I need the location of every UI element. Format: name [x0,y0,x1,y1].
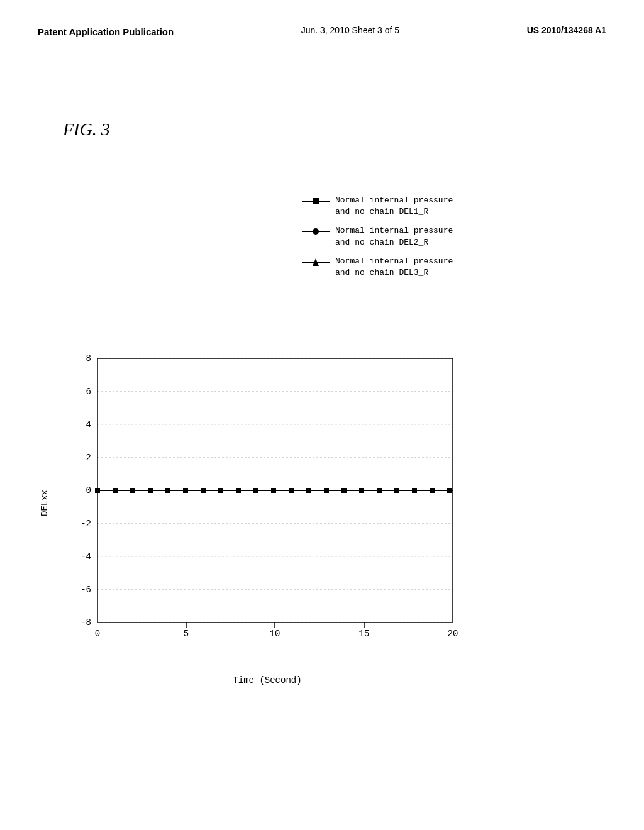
svg-rect-38 [165,488,170,493]
legend-text-3: Normal internal pressureand no chain DEL… [335,256,453,279]
svg-text:15: 15 [359,629,370,639]
svg-rect-37 [148,488,153,493]
svg-text:-2: -2 [80,519,91,529]
svg-rect-52 [412,488,417,493]
svg-rect-48 [341,488,347,493]
svg-rect-43 [253,488,258,493]
legend-text-1: Normal internal pressureand no chain DEL… [335,195,453,218]
svg-text:20: 20 [448,629,458,639]
figure-title: FIG. 3 [63,119,110,140]
svg-text:8: 8 [86,353,91,363]
svg-text:6: 6 [86,387,91,397]
chart-legend: Normal internal pressureand no chain DEL… [302,195,453,286]
svg-text:-4: -4 [80,551,91,562]
page-header: Patent Application Publication Jun. 3, 2… [0,0,644,51]
legend-line-1 [302,196,330,206]
legend-item-1: Normal internal pressureand no chain DEL… [302,195,453,218]
svg-rect-54 [447,488,452,493]
legend-item-3: Normal internal pressureand no chain DEL… [302,256,453,279]
svg-rect-51 [394,488,399,493]
svg-rect-49 [359,488,364,493]
svg-rect-50 [377,488,382,493]
svg-rect-46 [306,488,311,493]
svg-rect-40 [201,488,206,493]
svg-text:0: 0 [86,485,91,495]
svg-rect-42 [236,488,241,493]
publication-number: US 2010/134268 A1 [527,25,606,35]
svg-rect-45 [289,488,294,493]
svg-point-3 [313,228,319,235]
svg-text:-6: -6 [80,585,91,595]
legend-item-2: Normal internal pressureand no chain DEL… [302,225,453,248]
legend-line-2 [302,226,330,236]
publication-date: Jun. 3, 2010 Sheet 3 of 5 [301,25,399,35]
svg-rect-47 [324,488,329,493]
svg-text:5: 5 [184,629,189,639]
x-axis-label: Time (Second) [233,675,301,685]
svg-text:4: 4 [86,419,91,429]
svg-text:-8: -8 [80,617,91,628]
chart-svg: 8 6 4 2 0 -2 -4 -6 -8 0 5 10 15 20 [63,352,472,654]
svg-text:0: 0 [95,629,100,639]
svg-rect-41 [218,488,223,493]
svg-rect-39 [183,488,188,493]
chart-container: DELxx Time (Second) 8 6 4 2 0 -2 -4 -6 -… [63,352,472,654]
legend-line-3 [302,257,330,267]
y-axis-label: DELxx [40,490,50,516]
svg-text:2: 2 [86,453,91,463]
svg-rect-35 [113,488,118,493]
svg-rect-1 [313,198,319,204]
publication-label: Patent Application Publication [38,25,174,38]
svg-rect-36 [130,488,135,493]
legend-text-2: Normal internal pressureand no chain DEL… [335,225,453,248]
svg-rect-53 [430,488,435,493]
svg-rect-34 [95,488,100,493]
svg-rect-44 [271,488,276,493]
svg-text:10: 10 [270,629,280,639]
